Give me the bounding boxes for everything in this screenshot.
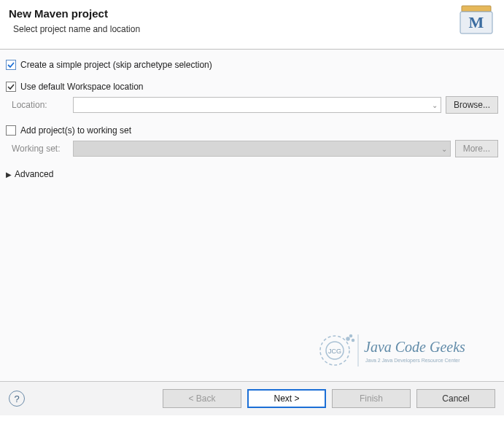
working-set-row: Working set: ⌄ More...: [12, 140, 498, 157]
svg-point-6: [350, 335, 352, 337]
svg-point-5: [346, 337, 349, 340]
cancel-button[interactable]: Cancel: [416, 389, 495, 408]
maven-wizard-icon: M: [459, 4, 494, 36]
advanced-toggle[interactable]: ▶ Advanced: [6, 169, 498, 179]
back-button: < Back: [163, 389, 241, 408]
watermark-sub: Java 2 Java Developers Resource Center: [365, 358, 460, 364]
location-row: Location: ⌄ Browse...: [12, 96, 498, 114]
watermark-logo: JCG Java Code Geeks Java 2 Java Develope…: [313, 329, 495, 372]
browse-button[interactable]: Browse...: [446, 96, 498, 114]
finish-button: Finish: [332, 389, 411, 408]
svg-rect-0: [462, 6, 491, 12]
location-label: Location:: [12, 100, 69, 110]
simple-project-checkbox[interactable]: [6, 60, 16, 70]
working-set-checkbox-label: Add project(s) to working set: [20, 125, 131, 136]
next-button[interactable]: Next >: [247, 389, 326, 408]
wizard-title: New Maven project: [9, 7, 495, 20]
svg-text:JCG: JCG: [328, 348, 341, 355]
default-workspace-checkbox[interactable]: [6, 82, 16, 92]
wizard-subtitle: Select project name and location: [13, 24, 495, 34]
more-button: More...: [455, 140, 498, 157]
simple-project-label: Create a simple project (skip archetype …: [20, 60, 212, 70]
chevron-down-icon: ⌄: [432, 101, 438, 109]
working-set-combo: ⌄: [73, 141, 451, 157]
working-set-label: Working set:: [12, 144, 69, 154]
working-set-checkbox[interactable]: [6, 125, 16, 136]
watermark-brand: Java Code Geeks: [364, 339, 465, 355]
default-workspace-label: Use default Workspace location: [20, 82, 144, 92]
wizard-header: New Maven project Select project name an…: [0, 0, 504, 43]
triangle-right-icon: ▶: [6, 171, 12, 179]
chevron-down-icon: ⌄: [441, 145, 447, 153]
svg-point-7: [352, 340, 354, 342]
wizard-content: Create a simple project (skip archetype …: [0, 50, 504, 381]
wizard-footer: ? < Back Next > Finish Cancel: [0, 382, 504, 415]
help-icon[interactable]: ?: [9, 391, 25, 407]
svg-text:M: M: [469, 13, 484, 31]
simple-project-checkbox-row[interactable]: Create a simple project (skip archetype …: [6, 60, 498, 70]
working-set-checkbox-row[interactable]: Add project(s) to working set: [6, 125, 498, 136]
advanced-label: Advanced: [15, 169, 53, 179]
default-workspace-checkbox-row[interactable]: Use default Workspace location: [6, 82, 498, 92]
location-combo[interactable]: ⌄: [73, 97, 441, 113]
